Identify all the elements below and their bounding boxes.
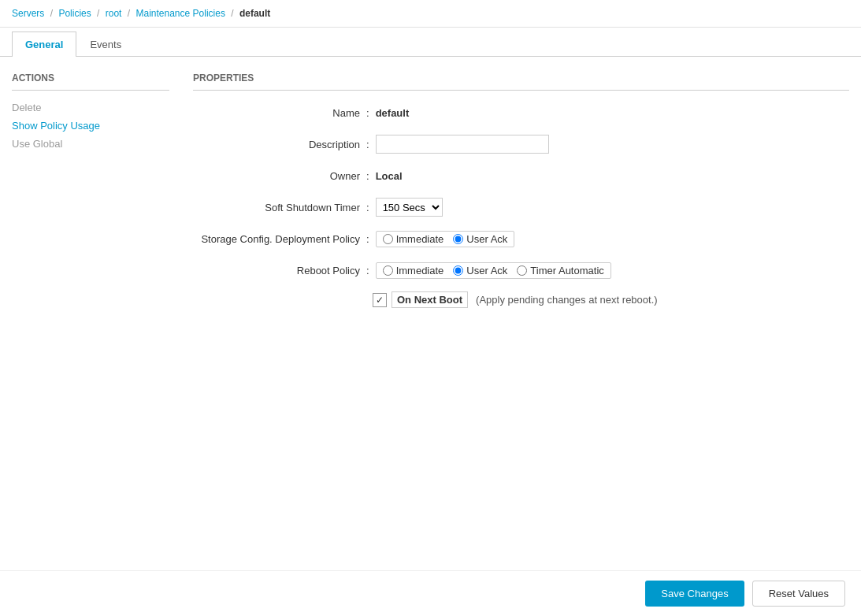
reboot-immediate-label: Immediate bbox=[396, 265, 444, 276]
field-reboot-policy-colon: : bbox=[366, 265, 369, 276]
reboot-user-ack-option[interactable]: User Ack bbox=[453, 265, 507, 276]
tab-bar: General Events bbox=[0, 32, 861, 57]
field-owner-label: Owner bbox=[193, 170, 366, 182]
breadcrumb-sep1: / bbox=[50, 8, 53, 19]
breadcrumb-current: default bbox=[239, 8, 270, 19]
storage-config-user-ack-label: User Ack bbox=[466, 233, 507, 245]
field-owner-colon: : bbox=[366, 170, 369, 182]
breadcrumb: Servers / Policies / root / Maintenance … bbox=[0, 0, 861, 28]
storage-config-immediate-label: Immediate bbox=[396, 233, 444, 245]
field-soft-shutdown-select[interactable]: 150 Secs 300 Secs 600 Secs Never bbox=[376, 198, 443, 217]
storage-config-user-ack-option[interactable]: User Ack bbox=[453, 233, 507, 245]
properties-panel: Properties Name : default Description : … bbox=[193, 72, 849, 319]
field-name-value: default bbox=[376, 107, 410, 119]
breadcrumb-policies[interactable]: Policies bbox=[58, 8, 91, 19]
breadcrumb-sep4: / bbox=[231, 8, 233, 19]
reboot-user-ack-label: User Ack bbox=[466, 265, 507, 276]
storage-config-immediate-radio[interactable] bbox=[383, 234, 393, 244]
field-owner-value: Local bbox=[376, 170, 403, 182]
field-storage-config-label: Storage Config. Deployment Policy bbox=[193, 233, 366, 245]
storage-config-radio-group: Immediate User Ack bbox=[376, 231, 515, 247]
reboot-timer-automatic-option[interactable]: Timer Automatic bbox=[517, 265, 603, 276]
storage-config-user-ack-radio[interactable] bbox=[453, 234, 463, 244]
sidebar-action-use-global: Use Global bbox=[12, 135, 169, 153]
reboot-immediate-option[interactable]: Immediate bbox=[383, 265, 444, 276]
breadcrumb-root[interactable]: root bbox=[106, 8, 122, 19]
field-storage-config-row: Storage Config. Deployment Policy : Imme… bbox=[193, 228, 849, 249]
field-description-colon: : bbox=[366, 139, 369, 150]
on-next-boot-checkbox[interactable]: ✓ bbox=[373, 293, 387, 307]
breadcrumb-maintenance-policies[interactable]: Maintenance Policies bbox=[135, 8, 225, 19]
field-description-input[interactable] bbox=[376, 135, 549, 154]
on-next-boot-area: ✓ On Next Boot (Apply pending changes at… bbox=[373, 291, 658, 308]
sidebar-action-show-policy-usage[interactable]: Show Policy Usage bbox=[12, 117, 169, 135]
field-soft-shutdown-label: Soft Shutdown Timer bbox=[193, 202, 366, 213]
sidebar-title: Actions bbox=[12, 72, 169, 91]
field-soft-shutdown-row: Soft Shutdown Timer : 150 Secs 300 Secs … bbox=[193, 197, 849, 217]
reboot-timer-automatic-label: Timer Automatic bbox=[530, 265, 603, 276]
properties-title: Properties bbox=[193, 72, 849, 91]
field-reboot-policy-label: Reboot Policy bbox=[193, 265, 366, 276]
field-description-label: Description bbox=[193, 139, 366, 150]
breadcrumb-sep3: / bbox=[128, 8, 130, 19]
reboot-policy-radio-group: Immediate User Ack Timer Automatic bbox=[376, 262, 611, 279]
main-content: Actions Delete Show Policy Usage Use Glo… bbox=[0, 57, 861, 335]
on-next-boot-hint: (Apply pending changes at next reboot.) bbox=[476, 294, 658, 306]
field-name-label: Name bbox=[193, 107, 366, 119]
sidebar: Actions Delete Show Policy Usage Use Glo… bbox=[12, 72, 169, 319]
breadcrumb-servers[interactable]: Servers bbox=[12, 8, 44, 19]
field-storage-config-colon: : bbox=[366, 233, 369, 245]
field-soft-shutdown-colon: : bbox=[366, 202, 369, 213]
tab-events[interactable]: Events bbox=[76, 32, 135, 57]
tab-general[interactable]: General bbox=[12, 32, 76, 57]
breadcrumb-sep2: / bbox=[97, 8, 99, 19]
field-name-row: Name : default bbox=[193, 102, 849, 123]
field-reboot-policy-row: Reboot Policy : Immediate User Ack Timer… bbox=[193, 260, 849, 280]
reboot-immediate-radio[interactable] bbox=[383, 265, 393, 276]
field-on-next-boot-row: ✓ On Next Boot (Apply pending changes at… bbox=[193, 291, 849, 308]
on-next-boot-label[interactable]: On Next Boot bbox=[392, 291, 468, 308]
reboot-timer-automatic-radio[interactable] bbox=[517, 265, 527, 276]
field-owner-row: Owner : Local bbox=[193, 165, 849, 186]
field-description-row: Description : bbox=[193, 134, 849, 154]
sidebar-action-delete: Delete bbox=[12, 98, 169, 117]
reboot-user-ack-radio[interactable] bbox=[453, 265, 463, 276]
storage-config-immediate-option[interactable]: Immediate bbox=[383, 233, 444, 245]
field-name-colon: : bbox=[366, 107, 369, 119]
checkmark-icon: ✓ bbox=[376, 295, 384, 306]
